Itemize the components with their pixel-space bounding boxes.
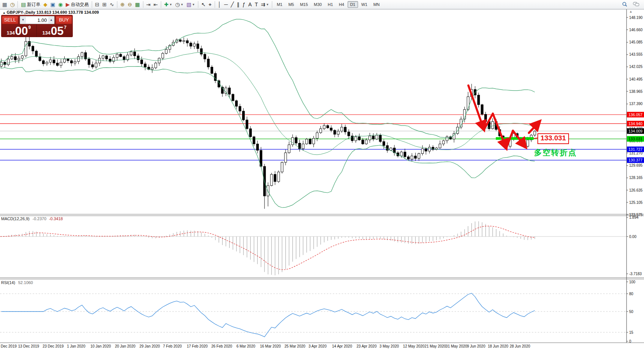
macd-indicator-label: MACD(12,26,9) -0.2370 -0.3418 (1, 216, 63, 221)
svg-text:13 Dec 2019: 13 Dec 2019 (18, 344, 39, 348)
market-watch-icon[interactable]: ◷ (9, 0, 16, 9)
toolbar-separator (117, 1, 117, 8)
text-label-icon[interactable]: T (253, 0, 260, 9)
one-click-trading-panel: SELL ▼ 1.00 ▲ BUY 134009 134057 (1, 15, 73, 37)
buy-price[interactable]: 134057 (37, 25, 72, 37)
svg-text:128.165: 128.165 (629, 176, 643, 180)
chart-window-icon[interactable]: ▦ (1, 0, 9, 9)
svg-text:100: 100 (629, 280, 635, 284)
symbol-ohlc-text: GBPJPY-,Daily 133.813 134.690 133.778 13… (7, 10, 99, 14)
metaeditor-icon[interactable]: ▣ (49, 0, 56, 9)
chart-area[interactable]: ▲148.190146.660145.085143.555142.025140.… (0, 0, 644, 352)
trendline-icon[interactable]: ╱ (229, 0, 235, 9)
dropdown-arrow-icon[interactable]: ▼ (266, 1, 269, 8)
sell-button[interactable]: SELL (2, 16, 18, 24)
svg-text:15: 15 (629, 330, 634, 335)
signals-icon[interactable]: ◉ (57, 0, 64, 9)
svg-text:7 Feb 2020: 7 Feb 2020 (163, 344, 182, 348)
svg-text:143.555: 143.555 (629, 52, 643, 56)
macd-main-value: -0.2370 (32, 216, 46, 221)
svg-text:16 Mar 2020: 16 Mar 2020 (260, 344, 281, 348)
chart-tools-icon: ◆ (43, 1, 48, 8)
svg-text:18 Jun 2020: 18 Jun 2020 (488, 344, 508, 348)
cursor-icon: ↖ (201, 1, 206, 8)
periods-icon[interactable]: ◷▼ (174, 0, 185, 9)
new-order-button[interactable]: ▤新订单 (19, 0, 42, 9)
svg-text:29 Jan 2020: 29 Jan 2020 (139, 344, 160, 348)
crosshair-icon: ⌖ (209, 1, 212, 8)
timeframe-M5[interactable]: M5 (286, 1, 296, 8)
price-callout-label[interactable]: 133.031 (537, 133, 569, 144)
arrows-icon[interactable]: ⇉▼ (259, 0, 270, 9)
volume-input[interactable]: 1.00 (26, 17, 48, 23)
svg-text:20 Jan 2020: 20 Jan 2020 (115, 344, 135, 348)
fibonacci-icon: ƒ (243, 1, 245, 8)
chart-shift-icon[interactable]: ⇤ (152, 0, 159, 9)
timeframe-MN[interactable]: MN (371, 1, 382, 8)
volume-increase-button[interactable]: ▲ (48, 17, 54, 23)
vertical-line-icon[interactable]: │ (217, 0, 223, 9)
horizontal-line-icon: ─ (224, 1, 228, 8)
toolbar-separator (272, 1, 272, 8)
timeframe-D1[interactable]: D1 (348, 1, 358, 8)
text-icon[interactable]: A (247, 0, 253, 9)
macd-name: MACD(12,26,9) (1, 216, 29, 221)
volume-decrease-button[interactable]: ▼ (20, 17, 26, 23)
fibonacci-icon[interactable]: ƒ (241, 0, 247, 9)
timeframe-W1[interactable]: W1 (359, 1, 370, 8)
auto-scroll-icon[interactable]: ⇥ (145, 0, 152, 9)
collapse-arrow-icon[interactable]: ▲ (3, 11, 6, 14)
zoom-out-icon[interactable]: ⊖ (126, 0, 134, 9)
channel-icon[interactable]: ∥ (235, 0, 241, 9)
sell-price[interactable]: 134009 (1, 25, 36, 37)
chat-icon[interactable] (631, 0, 641, 9)
svg-text:1.894: 1.894 (629, 215, 638, 219)
dropdown-arrow-icon[interactable]: ▼ (192, 1, 195, 8)
tile-windows-icon[interactable]: ▦ (133, 0, 141, 9)
line-chart-icon[interactable]: ∿ (108, 0, 116, 9)
svg-text:142.025: 142.025 (629, 65, 643, 69)
buy-button[interactable]: BUY (56, 16, 72, 24)
dropdown-arrow-icon[interactable]: ▼ (180, 1, 183, 8)
chart-symbol-header: ▲GBPJPY-,Daily 133.813 134.690 133.778 1… (3, 10, 99, 14)
dropdown-arrow-icon[interactable]: ▼ (169, 1, 172, 8)
templates-icon: ▧ (186, 1, 191, 8)
svg-text:125.105: 125.105 (629, 201, 643, 205)
candlestick-chart-icon[interactable]: ⊞ (101, 0, 108, 9)
buy-price-big: 05 (51, 26, 64, 37)
svg-text:0: 0 (629, 339, 631, 343)
autotrading-button[interactable]: ▶自动交易 (64, 0, 90, 9)
timeframe-H4[interactable]: H4 (336, 1, 347, 8)
timeframe-M15[interactable]: M15 (297, 1, 310, 8)
new-order-button: ▤ (21, 1, 26, 8)
svg-text:146.660: 146.660 (629, 28, 643, 32)
turning-point-note[interactable]: 多空转折点 (534, 147, 577, 158)
svg-text:26 Feb 2020: 26 Feb 2020 (211, 344, 232, 348)
autotrading-button: ▶ (66, 1, 70, 8)
vertical-line-icon: │ (218, 1, 221, 8)
zoom-in-icon[interactable]: ⊕ (119, 0, 126, 9)
chart-window-icon: ▦ (2, 1, 7, 8)
svg-text:9 Jun 2020: 9 Jun 2020 (467, 344, 485, 348)
bar-chart-icon[interactable]: ⊟ (94, 0, 101, 9)
toolbar-separator (215, 1, 215, 8)
toolbar-separator (161, 1, 161, 8)
volume-box: ▼ 1.00 ▲ (20, 16, 55, 24)
svg-text:145.085: 145.085 (629, 40, 643, 44)
crosshair-icon[interactable]: ⌖ (207, 0, 213, 9)
mt4-window: { "toolbar": { "groups": [ [ {"name":"ch… (0, 0, 644, 352)
horizontal-line-icon[interactable]: ─ (222, 0, 229, 9)
svg-text:▲: ▲ (629, 10, 632, 13)
timeframe-H1[interactable]: H1 (325, 1, 336, 8)
svg-text:130.377: 130.377 (628, 158, 643, 162)
timeframe-M30[interactable]: M30 (311, 1, 324, 8)
sell-price-big: 00 (15, 26, 28, 37)
timeframe-M1[interactable]: M1 (274, 1, 285, 8)
indicators-icon[interactable]: ✚▼ (163, 0, 174, 9)
svg-text:131.727: 131.727 (628, 147, 643, 151)
templates-icon[interactable]: ▧▼ (185, 0, 196, 9)
svg-text:25 Mar 2020: 25 Mar 2020 (284, 344, 306, 348)
search-icon[interactable] (620, 0, 629, 9)
cursor-icon[interactable]: ↖ (200, 0, 207, 9)
chart-tools-icon[interactable]: ◆ (42, 0, 49, 9)
